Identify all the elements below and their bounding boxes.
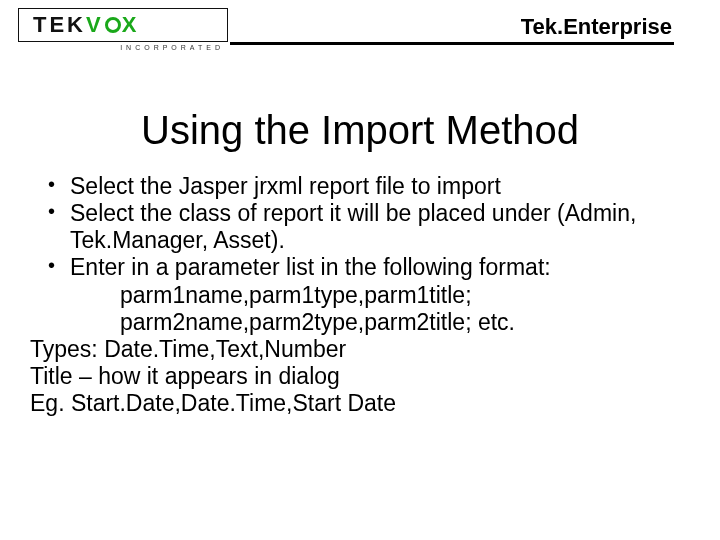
bullet-2: Select the class of report it will be pl… xyxy=(30,200,690,254)
bullet-1: Select the Jasper jrxml report file to i… xyxy=(30,173,690,200)
sub-1: parm1name,parm1type,parm1title; xyxy=(30,282,690,309)
logo-text: TEKVX xyxy=(19,9,227,41)
line-title: Title – how it appears in dialog xyxy=(30,363,690,390)
logo: TEKVX INCORPORATED xyxy=(18,8,228,54)
bullet-3: Enter in a parameter list in the followi… xyxy=(30,254,690,281)
logo-subtext: INCORPORATED xyxy=(18,44,228,51)
slide-title: Using the Import Method xyxy=(0,108,720,153)
line-example: Eg. Start.Date,Date.Time,Start Date xyxy=(30,390,690,417)
body-text: Select the Jasper jrxml report file to i… xyxy=(0,173,720,417)
line-types: Types: Date.Time,Text,Number xyxy=(30,336,690,363)
header-rule xyxy=(230,42,674,45)
product-name: Tek.Enterprise xyxy=(521,14,672,40)
sub-2: parm2name,parm2type,parm2title; etc. xyxy=(30,309,690,336)
